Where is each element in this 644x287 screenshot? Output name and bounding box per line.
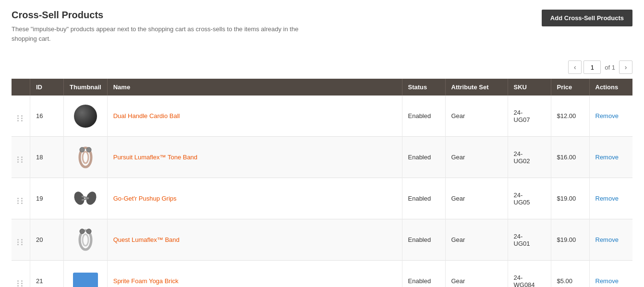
- drag-handle-cell[interactable]: [12, 261, 30, 287]
- prev-page-button[interactable]: ‹: [568, 60, 582, 74]
- svg-point-1: [83, 152, 88, 163]
- product-actions[interactable]: Remove: [589, 219, 632, 261]
- product-actions[interactable]: Remove: [589, 178, 632, 219]
- product-price: $5.00: [551, 261, 589, 287]
- product-price: $19.00: [551, 219, 589, 261]
- table-row: 16Dual Handle Cardio BallEnabledGear24-U…: [12, 96, 632, 137]
- table-header: ID Thumbnail Name Status Attribute Set S…: [12, 79, 632, 96]
- header-left: Cross-Sell Products These "impulse-buy" …: [12, 10, 542, 53]
- drag-handle[interactable]: [17, 239, 24, 245]
- page-number-input[interactable]: [583, 60, 601, 74]
- product-sku: 24-WG084: [508, 261, 551, 287]
- product-status: Enabled: [402, 96, 445, 137]
- product-thumbnail: [64, 219, 108, 261]
- drag-handle-cell[interactable]: [12, 137, 30, 178]
- drag-handle-cell[interactable]: [12, 178, 30, 219]
- header-row: ID Thumbnail Name Status Attribute Set S…: [12, 79, 632, 96]
- remove-link[interactable]: Remove: [595, 195, 619, 202]
- product-name[interactable]: Pursuit Lumaflex™ Tone Band: [107, 137, 402, 178]
- prev-icon: ‹: [574, 63, 576, 71]
- drag-handle[interactable]: [17, 156, 24, 163]
- remove-link[interactable]: Remove: [595, 154, 619, 161]
- product-price: $19.00: [551, 178, 589, 219]
- table-row: 20 Quest Lumaflex™ BandEnabledGear24-UG0…: [12, 219, 632, 261]
- col-attribute-set: Attribute Set: [445, 79, 508, 96]
- col-sku: SKU: [508, 79, 551, 96]
- product-attribute-set: Gear: [445, 96, 508, 137]
- remove-link[interactable]: Remove: [595, 112, 619, 120]
- product-thumbnail: [64, 261, 108, 287]
- drag-handle-cell[interactable]: [12, 96, 30, 137]
- product-attribute-set: Gear: [445, 261, 508, 287]
- drag-handle[interactable]: [17, 198, 24, 204]
- col-name: Name: [107, 79, 402, 96]
- product-status: Enabled: [402, 219, 445, 261]
- product-name[interactable]: Quest Lumaflex™ Band: [107, 219, 402, 261]
- product-name[interactable]: Go-Get'r Pushup Grips: [107, 178, 402, 219]
- product-attribute-set: Gear: [445, 137, 508, 178]
- product-name[interactable]: Sprite Foam Yoga Brick: [107, 261, 402, 287]
- svg-point-3: [86, 147, 91, 152]
- svg-point-9: [83, 234, 88, 246]
- product-actions[interactable]: Remove: [589, 261, 632, 287]
- next-icon: ›: [625, 63, 627, 71]
- product-status: Enabled: [402, 178, 445, 219]
- header-row: Cross-Sell Products These "impulse-buy" …: [12, 10, 632, 53]
- product-name-link[interactable]: Sprite Foam Yoga Brick: [113, 277, 179, 285]
- product-name-link[interactable]: Quest Lumaflex™ Band: [113, 236, 180, 243]
- product-attribute-set: Gear: [445, 219, 508, 261]
- product-id: 21: [30, 261, 64, 287]
- remove-link[interactable]: Remove: [595, 277, 619, 285]
- product-id: 16: [30, 96, 64, 137]
- product-thumbnail: [64, 178, 108, 219]
- product-name-link[interactable]: Pursuit Lumaflex™ Tone Band: [113, 154, 197, 161]
- col-thumbnail: Thumbnail: [64, 79, 108, 96]
- col-actions: Actions: [589, 79, 632, 96]
- page-of-label: of 1: [603, 64, 617, 71]
- product-price: $16.00: [551, 137, 589, 178]
- products-table: ID Thumbnail Name Status Attribute Set S…: [12, 79, 632, 287]
- product-price: $12.00: [551, 96, 589, 137]
- product-attribute-set: Gear: [445, 178, 508, 219]
- table-row: 19 Go-Get'r Pushup GripsEnabledGear24-UG…: [12, 178, 632, 219]
- drag-handle[interactable]: [17, 115, 24, 121]
- page-description: These "impulse-buy" products appear next…: [12, 24, 300, 43]
- add-cross-sell-button[interactable]: Add Cross-Sell Products: [542, 10, 632, 26]
- product-name[interactable]: Dual Handle Cardio Ball: [107, 96, 402, 137]
- product-status: Enabled: [402, 261, 445, 287]
- product-id: 18: [30, 137, 64, 178]
- product-status: Enabled: [402, 137, 445, 178]
- col-drag: [12, 79, 30, 96]
- remove-link[interactable]: Remove: [595, 236, 619, 243]
- svg-point-4: [73, 190, 86, 206]
- svg-point-11: [86, 229, 91, 234]
- svg-point-10: [80, 229, 85, 234]
- product-sku: 24-UG01: [508, 219, 551, 261]
- product-sku: 24-UG07: [508, 96, 551, 137]
- table-row: 21Sprite Foam Yoga BrickEnabledGear24-WG…: [12, 261, 632, 287]
- col-id: ID: [30, 79, 64, 96]
- product-sku: 24-UG02: [508, 137, 551, 178]
- table-body: 16Dual Handle Cardio BallEnabledGear24-U…: [12, 96, 632, 287]
- product-id: 19: [30, 178, 64, 219]
- product-actions[interactable]: Remove: [589, 137, 632, 178]
- col-price: Price: [551, 79, 589, 96]
- page-container: Cross-Sell Products These "impulse-buy" …: [0, 0, 644, 287]
- product-name-link[interactable]: Go-Get'r Pushup Grips: [113, 195, 177, 202]
- col-status: Status: [402, 79, 445, 96]
- product-name-link[interactable]: Dual Handle Cardio Ball: [113, 112, 180, 120]
- page-title: Cross-Sell Products: [12, 10, 542, 21]
- svg-point-2: [80, 147, 85, 152]
- drag-handle-cell[interactable]: [12, 219, 30, 261]
- pagination-bar: ‹ of 1 ›: [12, 60, 632, 74]
- next-page-button[interactable]: ›: [619, 60, 632, 74]
- product-sku: 24-UG05: [508, 178, 551, 219]
- product-thumbnail: [64, 137, 108, 178]
- table-row: 18 Pursuit Lumaflex™ Tone BandEnabledGea…: [12, 137, 632, 178]
- product-id: 20: [30, 219, 64, 261]
- product-actions[interactable]: Remove: [589, 96, 632, 137]
- drag-handle[interactable]: [17, 280, 24, 287]
- product-thumbnail: [64, 96, 108, 137]
